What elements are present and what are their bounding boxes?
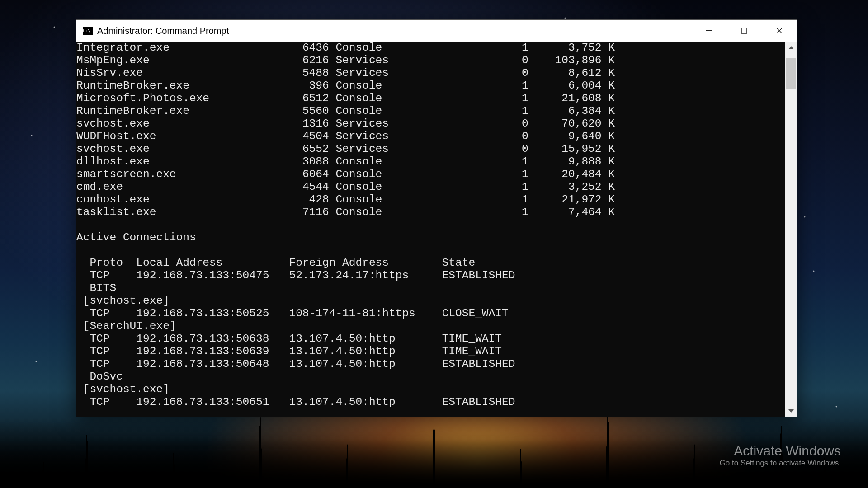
desktop: Activate Windows Go to Settings to activ…	[0, 0, 868, 488]
chevron-up-icon	[788, 46, 794, 49]
terminal-output[interactable]: Integrator.exe 6436 Console 1 3,752 K Ms…	[76, 42, 785, 417]
window-client-area: Integrator.exe 6436 Console 1 3,752 K Ms…	[76, 42, 797, 417]
window-controls	[691, 20, 797, 42]
scrollbar-down-button[interactable]	[785, 405, 797, 417]
command-prompt-window: Administrator: Command Prompt Integrator…	[76, 19, 797, 417]
maximize-icon	[741, 28, 747, 34]
window-title: Administrator: Command Prompt	[97, 26, 229, 36]
minimize-icon	[706, 30, 712, 31]
scrollbar-thumb[interactable]	[786, 58, 796, 89]
svg-rect-1	[741, 28, 747, 33]
minimize-button[interactable]	[691, 20, 726, 42]
chevron-down-icon	[788, 409, 794, 413]
titlebar[interactable]: Administrator: Command Prompt	[76, 20, 797, 42]
close-button[interactable]	[762, 20, 797, 42]
close-icon	[776, 28, 783, 34]
scrollbar-up-button[interactable]	[785, 42, 797, 53]
cmd-icon	[83, 27, 93, 35]
svg-rect-0	[706, 30, 712, 31]
scrollbar-vertical[interactable]	[785, 42, 797, 417]
maximize-button[interactable]	[726, 20, 762, 42]
